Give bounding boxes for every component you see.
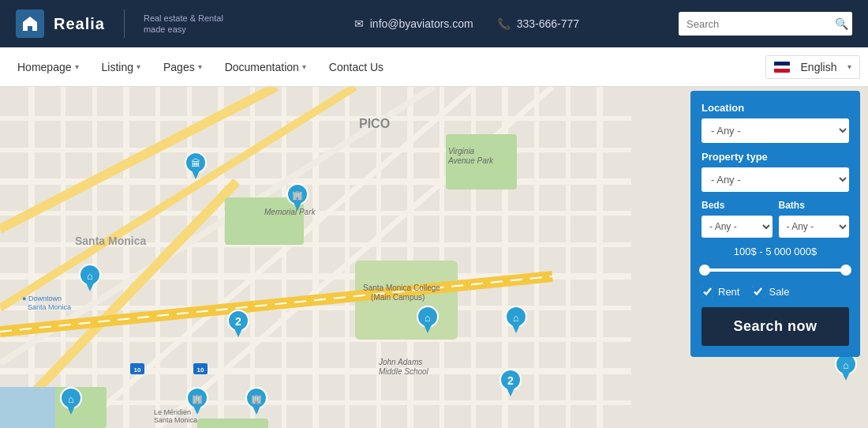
logo-name: Realia xyxy=(54,15,105,33)
price-range-label: 100$ - 5 000 000$ xyxy=(702,246,849,257)
svg-text:Avenue Park: Avenue Park xyxy=(447,156,494,165)
range-fill xyxy=(705,268,847,272)
baths-select[interactable]: - Any - 1 2 3 4 5+ xyxy=(779,216,850,238)
svg-text:🏢: 🏢 xyxy=(192,393,203,404)
rent-label: Rent xyxy=(718,286,739,298)
svg-text:Santa Monica: Santa Monica xyxy=(28,303,71,311)
map-container: 10 10 PICO Santa Monica Memorial Park Vi… xyxy=(0,87,868,428)
svg-marker-82 xyxy=(511,323,521,333)
header-contacts: ✉ info@byaviators.com 📞 333-666-777 xyxy=(255,17,679,30)
beds-label: Beds xyxy=(702,200,773,211)
baths-col: Baths - Any - 1 2 3 4 5+ xyxy=(779,200,850,238)
search-icon-button[interactable]: 🔍 xyxy=(827,12,852,36)
search-now-button[interactable]: Search now xyxy=(702,307,849,346)
language-label: English xyxy=(801,61,837,73)
nav-label-homepage: Homepage xyxy=(17,61,72,73)
email-text: info@byaviators.com xyxy=(370,17,473,30)
map-pin-10[interactable]: 🏢 xyxy=(245,387,268,419)
beds-baths-row: Beds - Any - 1 2 3 4 5+ Baths - Any - 1 … xyxy=(702,200,849,238)
location-select[interactable]: - Any - xyxy=(702,118,849,143)
map-pin-11[interactable]: ⌂ xyxy=(834,353,858,385)
nav-label-pages: Pages xyxy=(163,61,195,73)
flag-icon xyxy=(774,62,790,73)
nav-item-listing[interactable]: Listing ▾ xyxy=(92,50,150,84)
svg-text:(Main Campus): (Main Campus) xyxy=(371,293,425,302)
svg-rect-40 xyxy=(197,419,268,428)
map-pin-1[interactable]: 🏛 xyxy=(184,152,208,183)
beds-col: Beds - Any - 1 2 3 4 5+ xyxy=(702,200,773,238)
sale-label: Sale xyxy=(769,286,789,298)
nav-label-documentation: Documentation xyxy=(225,61,299,73)
nav-item-pages[interactable]: Pages ▾ xyxy=(154,50,211,84)
map-pin-3[interactable]: ⌂ xyxy=(78,264,102,295)
nav-items: Homepage ▾ Listing ▾ Pages ▾ Documentati… xyxy=(8,50,765,84)
nav-item-documentation[interactable]: Documentation ▾ xyxy=(215,50,316,84)
nav-item-contact[interactable]: Contact Us xyxy=(320,50,393,84)
rent-checkbox[interactable] xyxy=(702,286,713,298)
svg-marker-91 xyxy=(193,404,202,415)
svg-text:Santa Monica College: Santa Monica College xyxy=(363,283,440,292)
svg-text:🏢: 🏢 xyxy=(251,393,262,404)
svg-text:⌂: ⌂ xyxy=(87,270,93,282)
svg-marker-97 xyxy=(841,370,851,381)
header-search-box[interactable]: 🔍 xyxy=(679,12,852,36)
sale-checkbox[interactable] xyxy=(752,286,764,298)
chevron-down-icon: ▾ xyxy=(302,62,306,71)
beds-select[interactable]: - Any - 1 2 3 4 5+ xyxy=(702,216,773,238)
svg-text:🏢: 🏢 xyxy=(292,190,303,201)
map-pin-9[interactable]: 🏢 xyxy=(185,387,209,419)
svg-text:2: 2 xyxy=(235,315,241,328)
logo-divider xyxy=(124,9,125,38)
svg-marker-76 xyxy=(234,327,243,337)
logo-icon xyxy=(16,9,44,38)
property-type-label: Property type xyxy=(702,151,849,163)
property-type-select[interactable]: - Any - xyxy=(702,167,849,192)
range-thumb-left[interactable] xyxy=(699,265,710,276)
svg-text:⌂: ⌂ xyxy=(68,393,74,405)
svg-text:PICO: PICO xyxy=(359,117,390,130)
language-selector[interactable]: English ▾ xyxy=(765,55,860,79)
map-pin-7[interactable]: 2 xyxy=(499,369,526,402)
svg-text:● Downtown: ● Downtown xyxy=(22,295,62,302)
sale-checkbox-label[interactable]: Sale xyxy=(752,286,789,298)
map-pin-5[interactable]: ⌂ xyxy=(416,306,440,337)
logo-tagline: Real estate & Rentalmade easy xyxy=(144,13,223,36)
svg-text:⌂: ⌂ xyxy=(843,359,849,371)
svg-text:2: 2 xyxy=(507,374,514,387)
nav-label-contact: Contact Us xyxy=(329,61,383,73)
map-pin-2[interactable]: 🏢 xyxy=(286,183,309,215)
baths-label: Baths xyxy=(779,200,850,211)
svg-marker-70 xyxy=(293,201,302,211)
svg-text:Middle School: Middle School xyxy=(379,367,429,376)
map-pin-6[interactable]: ⌂ xyxy=(504,306,528,337)
svg-marker-85 xyxy=(506,386,515,396)
svg-marker-94 xyxy=(252,404,261,415)
svg-marker-88 xyxy=(66,404,76,415)
svg-text:⌂: ⌂ xyxy=(425,312,431,324)
svg-marker-67 xyxy=(191,169,200,179)
search-panel: Location - Any - Property type - Any - B… xyxy=(690,91,860,357)
email-icon: ✉ xyxy=(354,17,364,30)
svg-text:John Adams: John Adams xyxy=(378,358,422,366)
svg-text:10: 10 xyxy=(134,366,141,374)
phone-contact: 📞 333-666-777 xyxy=(497,17,579,30)
rent-checkbox-label[interactable]: Rent xyxy=(702,286,739,298)
chevron-down-icon: ▾ xyxy=(75,62,79,71)
logo-area: Realia Real estate & Rentalmade easy xyxy=(16,9,223,38)
svg-text:Virginia: Virginia xyxy=(448,147,475,156)
email-contact: ✉ info@byaviators.com xyxy=(354,17,473,30)
nav-label-listing: Listing xyxy=(102,61,133,73)
map-pin-4[interactable]: 2 xyxy=(226,310,253,343)
map-pin-8[interactable]: ⌂ xyxy=(59,387,83,419)
location-label: Location xyxy=(702,102,849,114)
range-thumb-right[interactable] xyxy=(840,265,851,276)
svg-text:⌂: ⌂ xyxy=(513,312,519,324)
nav-item-homepage[interactable]: Homepage ▾ xyxy=(8,50,88,84)
svg-text:10: 10 xyxy=(197,366,204,374)
search-input[interactable] xyxy=(679,13,827,36)
chevron-down-icon: ▾ xyxy=(847,62,851,71)
range-track xyxy=(702,268,849,272)
svg-text:🏛: 🏛 xyxy=(191,158,200,169)
price-range-slider[interactable] xyxy=(702,262,849,278)
header: Realia Real estate & Rentalmade easy ✉ i… xyxy=(0,0,868,47)
